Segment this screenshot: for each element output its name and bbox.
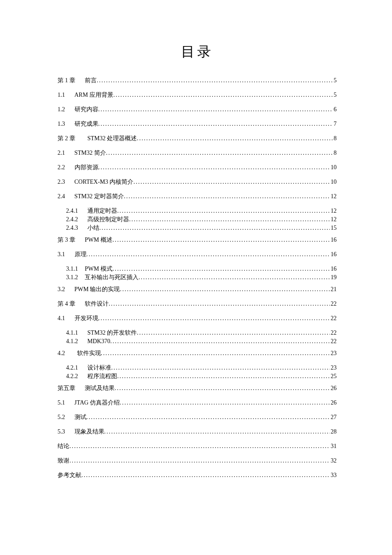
toc-entry-page: 15 [330, 225, 337, 231]
toc-entry-title: 高级控制定时器 [87, 216, 129, 223]
toc-entry-page: 23 [330, 350, 337, 356]
toc-entry-number: 3.1.2 [66, 275, 78, 280]
toc-entry-title: STM32 的开发软件 [87, 330, 137, 336]
toc-entry: 2.2内部资源10 [58, 165, 337, 171]
toc-leader-dots [98, 107, 333, 113]
toc-entry-title: 通用定时器 [87, 208, 117, 214]
toc-leader-dots [99, 225, 330, 231]
toc-leader-dots [138, 275, 330, 280]
toc-entry-title: 原理 [75, 251, 86, 257]
toc-entry: 第 2 章STM32 处理器概述8 [58, 136, 337, 142]
toc-entry-label: 2.1STM32 简介 [58, 150, 106, 156]
toc-entry-label: 5.3现象及结果 [58, 429, 104, 435]
toc-entry-page: 23 [330, 365, 337, 371]
toc-entry: 2.3CORTEX-M3 内核简介10 [58, 179, 337, 185]
toc-entry: 3.1.1PWM 模式16 [58, 266, 337, 272]
toc-entry-title: 测试 [75, 414, 86, 420]
toc-entry-title: MDK370 [87, 338, 110, 344]
toc-entry: 1.3研究成果7 [58, 121, 337, 127]
toc-entry-label: 2.3CORTEX-M3 内核简介 [58, 179, 133, 185]
toc-leader-dots [115, 385, 330, 391]
toc-entry-page: 22 [330, 330, 337, 336]
toc-leader-dots [98, 315, 330, 321]
toc-entry-title: 开发环境 [75, 315, 98, 321]
toc-entry-number: 4.2.2 [66, 373, 78, 379]
toc-entry-number: 3.2 [58, 286, 65, 292]
toc-leader-dots [120, 286, 330, 292]
toc-entry-label: 5.1JTAG 仿真器介绍 [58, 400, 120, 406]
toc-entry-number: 1.3 [58, 121, 65, 127]
toc-leader-dots [111, 365, 330, 371]
toc-entry-number: 2.4 [58, 194, 65, 199]
toc-entry: 参考文献33 [58, 472, 337, 478]
toc-entry-label: 2.4.1通用定时器 [66, 208, 117, 214]
toc-entry-number: 2.2 [58, 165, 65, 171]
toc-entry-title: JTAG 仿真器介绍 [75, 399, 120, 406]
table-of-contents: 第 1 章前言51.1ARM 应用背景51.2研究内容61.3研究成果7第 2 … [58, 78, 337, 478]
toc-leader-dots [97, 78, 333, 84]
toc-leader-dots [106, 150, 333, 156]
toc-entry-page: 25 [330, 373, 337, 379]
toc-entry-label: 致谢 [58, 458, 69, 464]
toc-entry-title: STM32 定时器简介 [75, 193, 124, 199]
toc-entry-label: 4.2.1设计标准 [66, 365, 111, 371]
toc-entry-title: 小结 [87, 225, 99, 231]
toc-entry-page: 22 [330, 338, 337, 344]
toc-entry-label: 1.3研究成果 [58, 121, 98, 127]
page-title: 目录 [58, 43, 337, 61]
toc-leader-dots [112, 266, 330, 272]
toc-entry-page: 7 [333, 121, 337, 127]
toc-entry-title: 现象及结果 [75, 428, 104, 435]
toc-leader-dots [101, 350, 330, 356]
toc-entry-title: 测试及结果 [85, 385, 115, 391]
toc-entry: 第 4 章软件设计22 [58, 301, 337, 307]
toc-entry-number: 2.4.2 [66, 217, 78, 223]
toc-entry-number: 第 1 章 [58, 78, 75, 84]
toc-entry-page: 5 [333, 78, 337, 84]
toc-entry-page: 33 [330, 472, 337, 478]
toc-entry: 4.2.2程序流程图25 [58, 373, 337, 379]
toc-entry-label: 3.1.1PWM 模式 [66, 266, 112, 272]
toc-leader-dots [69, 458, 330, 464]
toc-entry-number: 4.2 [58, 350, 65, 356]
toc-entry-page: 21 [330, 286, 337, 292]
toc-entry: 第 1 章前言5 [58, 78, 337, 84]
toc-entry-number: 2.4.3 [66, 225, 78, 231]
toc-entry-number: 第 4 章 [58, 301, 75, 307]
toc-entry-number: 2.4.1 [66, 208, 78, 214]
toc-entry-title: 互补输出与死区插入 [85, 274, 138, 280]
toc-entry-page: 22 [330, 315, 337, 321]
toc-entry-label: 第 2 章STM32 处理器概述 [58, 136, 137, 142]
toc-entry: 致谢32 [58, 458, 337, 464]
toc-entry: 4.2软件实现23 [58, 350, 337, 356]
toc-entry-title: PWM 概述 [85, 237, 112, 243]
toc-entry-title: PWM 输出的实现 [75, 286, 120, 292]
toc-entry-page: 12 [330, 217, 337, 223]
toc-entry-page: 16 [330, 251, 337, 257]
toc-leader-dots [104, 429, 330, 435]
toc-entry-label: 1.2研究内容 [58, 107, 98, 113]
toc-entry-number: 4.1 [58, 315, 65, 321]
toc-entry-title: 软件设计 [85, 301, 109, 307]
toc-entry: 5.3现象及结果28 [58, 429, 337, 435]
toc-entry-label: 5.2测试 [58, 414, 86, 420]
toc-leader-dots [129, 217, 330, 223]
toc-entry-page: 10 [330, 179, 337, 185]
toc-entry-title: 参考文献 [58, 472, 81, 478]
toc-leader-dots [69, 443, 330, 449]
toc-leader-dots [98, 121, 333, 127]
toc-entry: 1.1ARM 应用背景5 [58, 92, 337, 98]
toc-entry-number: 3.1 [58, 251, 65, 257]
toc-entry: 第 3 章PWM 概述16 [58, 237, 337, 243]
toc-sublist: 4.2.1设计标准234.2.2程序流程图25 [58, 365, 337, 379]
toc-entry: 3.2PWM 输出的实现21 [58, 286, 337, 292]
toc-leader-dots [113, 92, 333, 98]
toc-entry-page: 26 [330, 385, 337, 391]
toc-entry-page: 12 [330, 208, 337, 214]
toc-entry-number: 第五章 [58, 385, 75, 391]
toc-entry-page: 16 [330, 266, 337, 272]
toc-entry-title: PWM 模式 [85, 266, 112, 272]
toc-entry-label: 1.1ARM 应用背景 [58, 92, 113, 98]
toc-leader-dots [86, 251, 330, 257]
toc-entry: 2.1STM32 简介8 [58, 150, 337, 156]
